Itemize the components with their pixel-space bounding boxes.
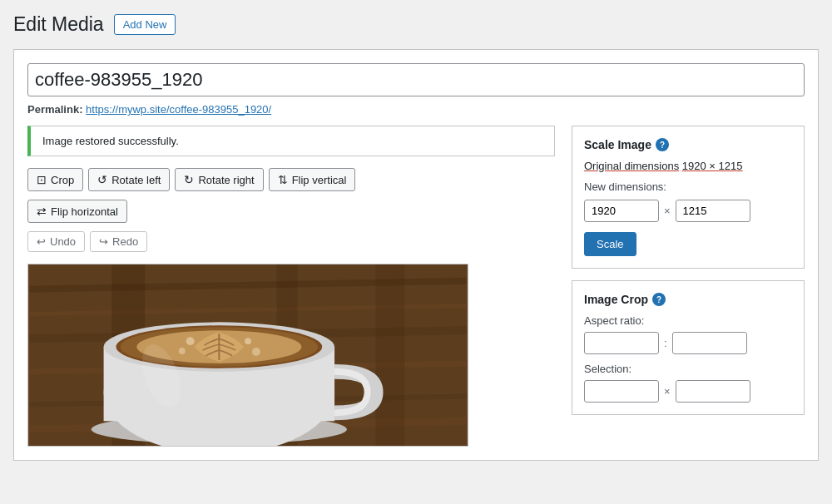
permalink-link[interactable]: https://mywp.site/coffee-983955_1920/: [86, 103, 271, 116]
flip-vertical-icon: ⇅: [278, 173, 288, 186]
undo-label: Undo: [50, 235, 76, 248]
rotate-left-button[interactable]: ↺ Rotate left: [88, 168, 170, 191]
aspect-width-input[interactable]: [584, 332, 659, 354]
main-content: Permalink: https://mywp.site/coffee-9839…: [13, 49, 819, 461]
crop-icon: ⊡: [37, 173, 47, 186]
selection-width-input[interactable]: [584, 380, 659, 403]
left-panel: Image restored successfully. ⊡ Crop ↺ Ro…: [27, 126, 555, 447]
rotate-right-button[interactable]: ↻ Rotate right: [175, 168, 263, 191]
filename-input[interactable]: [27, 63, 805, 96]
page-title: Edit Media: [13, 13, 104, 36]
rotate-left-label: Rotate left: [111, 174, 161, 186]
crop-help-icon[interactable]: ?: [652, 293, 666, 306]
scale-image-section: Scale Image ? Original dimensions 1920 ×…: [572, 126, 805, 269]
svg-rect-9: [376, 264, 405, 446]
image-tools: ⊡ Crop ↺ Rotate left ↻ Rotate right ⇅ Fl…: [27, 168, 555, 191]
scale-height-input[interactable]: [676, 200, 750, 222]
flip-vertical-label: Flip vertical: [292, 174, 347, 186]
dims-inputs: ×: [584, 200, 792, 222]
crop-label: Crop: [51, 174, 74, 186]
selection-height-input[interactable]: [676, 380, 750, 403]
redo-label: Redo: [112, 235, 138, 248]
image-preview: [27, 264, 468, 447]
flip-horizontal-button[interactable]: ⇄ Flip horizontal: [27, 200, 127, 223]
rotate-left-icon: ↺: [97, 173, 107, 186]
svg-point-18: [245, 338, 251, 344]
new-dims-label: New dimensions:: [584, 180, 792, 193]
add-new-button[interactable]: Add New: [114, 14, 176, 35]
redo-icon: ↪: [99, 235, 108, 248]
scale-width-input[interactable]: [584, 200, 659, 222]
rotate-right-label: Rotate right: [198, 174, 254, 186]
selection-inputs: ×: [584, 380, 792, 403]
right-panel: Scale Image ? Original dimensions 1920 ×…: [572, 126, 805, 447]
scale-image-title: Scale Image ?: [584, 138, 792, 151]
page-header: Edit Media Add New: [13, 13, 819, 36]
permalink-row: Permalink: https://mywp.site/coffee-9839…: [27, 103, 805, 116]
selection-separator: ×: [664, 385, 671, 398]
aspect-height-input[interactable]: [672, 332, 747, 354]
permalink-label: Permalink:: [27, 103, 82, 116]
success-notice: Image restored successfully.: [27, 126, 555, 156]
flip-vertical-button[interactable]: ⇅ Flip vertical: [269, 168, 356, 191]
svg-point-17: [186, 337, 195, 345]
svg-point-19: [179, 348, 186, 354]
crop-button[interactable]: ⊡ Crop: [27, 168, 83, 191]
aspect-ratio-inputs: :: [584, 332, 792, 354]
flip-horizontal-icon: ⇄: [37, 205, 47, 218]
aspect-separator: :: [664, 337, 667, 349]
scale-help-icon[interactable]: ?: [656, 138, 669, 151]
scale-button[interactable]: Scale: [584, 232, 636, 256]
selection-label: Selection:: [584, 363, 792, 375]
image-crop-title: Image Crop ?: [584, 293, 792, 306]
coffee-image: [28, 264, 468, 446]
undo-button[interactable]: ↩ Undo: [27, 231, 85, 252]
dims-separator: ×: [664, 205, 671, 217]
original-dims-value: 1920 × 1215: [682, 160, 743, 172]
original-dims: Original dimensions 1920 × 1215: [584, 160, 792, 172]
undo-redo-row: ↩ Undo ↪ Redo: [27, 231, 555, 252]
image-tools-row2: ⇄ Flip horizontal: [27, 200, 555, 223]
rotate-right-icon: ↻: [184, 173, 194, 186]
aspect-ratio-label: Aspect ratio:: [584, 314, 792, 327]
svg-point-20: [252, 348, 260, 356]
flip-horizontal-label: Flip horizontal: [51, 205, 118, 218]
success-message: Image restored successfully.: [42, 135, 179, 147]
undo-icon: ↩: [37, 235, 46, 248]
redo-button[interactable]: ↪ Redo: [90, 231, 147, 252]
image-crop-section: Image Crop ? Aspect ratio: : Selection: …: [572, 280, 805, 415]
